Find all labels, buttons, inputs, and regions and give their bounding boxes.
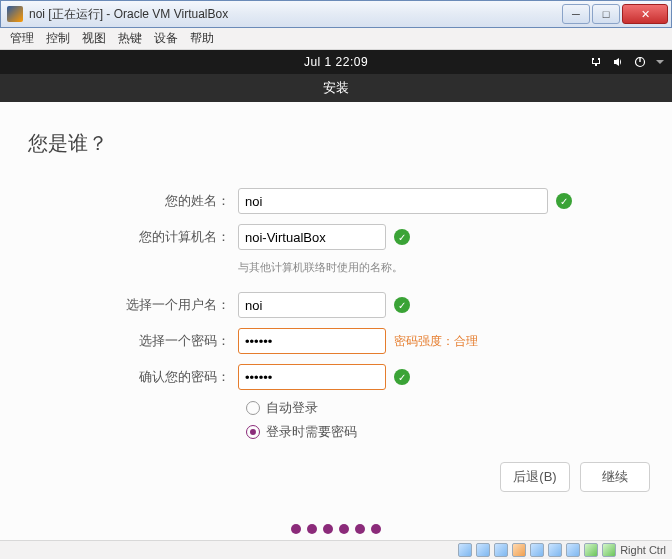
radio-auto-login[interactable]: 自动登录	[246, 399, 644, 417]
minimize-button[interactable]: ─	[562, 4, 590, 24]
continue-button[interactable]: 继续	[580, 462, 650, 492]
volume-icon[interactable]	[612, 56, 624, 68]
computer-hint: 与其他计算机联络时使用的名称。	[238, 260, 403, 275]
page-title: 您是谁？	[28, 130, 644, 157]
window-titlebar: noi [正在运行] - Oracle VM VirtualBox ─ □ ✕	[0, 0, 672, 28]
username-field[interactable]	[238, 292, 386, 318]
menu-view[interactable]: 视图	[82, 30, 106, 47]
row-confirm: 确认您的密码： ✓	[28, 363, 644, 391]
footer-buttons: 后退(B) 继续	[500, 462, 650, 492]
installer-header: 安装	[0, 74, 672, 102]
chevron-down-icon[interactable]	[656, 60, 664, 64]
topbar-right-icons	[590, 56, 664, 68]
maximize-button[interactable]: □	[592, 4, 620, 24]
status-optical-icon[interactable]	[476, 543, 490, 557]
radio-label-auto-login: 自动登录	[266, 399, 318, 417]
radio-icon	[246, 425, 260, 439]
status-shared-icon[interactable]	[548, 543, 562, 557]
clock: Jul 1 22:09	[304, 55, 368, 69]
password-strength: 密码强度：合理	[394, 333, 478, 350]
radio-require-password[interactable]: 登录时需要密码	[246, 423, 644, 441]
status-display-icon[interactable]	[566, 543, 580, 557]
check-icon: ✓	[394, 369, 410, 385]
check-icon: ✓	[394, 297, 410, 313]
label-password: 选择一个密码：	[28, 332, 238, 350]
menu-manage[interactable]: 管理	[10, 30, 34, 47]
menu-control[interactable]: 控制	[46, 30, 70, 47]
status-record-icon[interactable]	[584, 543, 598, 557]
password-field[interactable]	[238, 328, 386, 354]
installer-body: 您是谁？ 您的姓名： ✓ 您的计算机名： ✓ 与其他计算机联络时使用的名称。 选…	[0, 102, 672, 441]
radio-icon	[246, 401, 260, 415]
virtualbox-menu: 管理 控制 视图 热键 设备 帮助	[0, 28, 672, 50]
network-icon[interactable]	[590, 56, 602, 68]
vm-screen: Jul 1 22:09 安装 您是谁？ 您的姓名： ✓ 您的计算机名： ✓	[0, 50, 672, 540]
menu-devices[interactable]: 设备	[154, 30, 178, 47]
status-mouse-icon[interactable]	[602, 543, 616, 557]
status-audio-icon[interactable]	[494, 543, 508, 557]
menu-hotkeys[interactable]: 热键	[118, 30, 142, 47]
status-usb-icon[interactable]	[530, 543, 544, 557]
check-icon: ✓	[556, 193, 572, 209]
row-computer: 您的计算机名： ✓	[28, 223, 644, 251]
power-icon[interactable]	[634, 56, 646, 68]
row-password: 选择一个密码： 密码强度：合理	[28, 327, 644, 355]
close-button[interactable]: ✕	[622, 4, 668, 24]
back-button[interactable]: 后退(B)	[500, 462, 570, 492]
row-name: 您的姓名： ✓	[28, 187, 644, 215]
row-username: 选择一个用户名： ✓	[28, 291, 644, 319]
hostkey-label: Right Ctrl	[620, 544, 666, 556]
name-field[interactable]	[238, 188, 548, 214]
vm-topbar: Jul 1 22:09	[0, 50, 672, 74]
radio-label-require-password: 登录时需要密码	[266, 423, 357, 441]
status-hdd-icon[interactable]	[458, 543, 472, 557]
menu-help[interactable]: 帮助	[190, 30, 214, 47]
label-username: 选择一个用户名：	[28, 296, 238, 314]
virtualbox-statusbar: Right Ctrl	[0, 540, 672, 559]
label-name: 您的姓名：	[28, 192, 238, 210]
confirm-password-field[interactable]	[238, 364, 386, 390]
window-title: noi [正在运行] - Oracle VM VirtualBox	[29, 6, 560, 23]
label-confirm: 确认您的密码：	[28, 368, 238, 386]
progress-dots	[291, 524, 381, 534]
installer-header-label: 安装	[323, 79, 349, 97]
computer-field[interactable]	[238, 224, 386, 250]
status-net-icon[interactable]	[512, 543, 526, 557]
app-icon	[7, 6, 23, 22]
check-icon: ✓	[394, 229, 410, 245]
label-computer: 您的计算机名：	[28, 228, 238, 246]
